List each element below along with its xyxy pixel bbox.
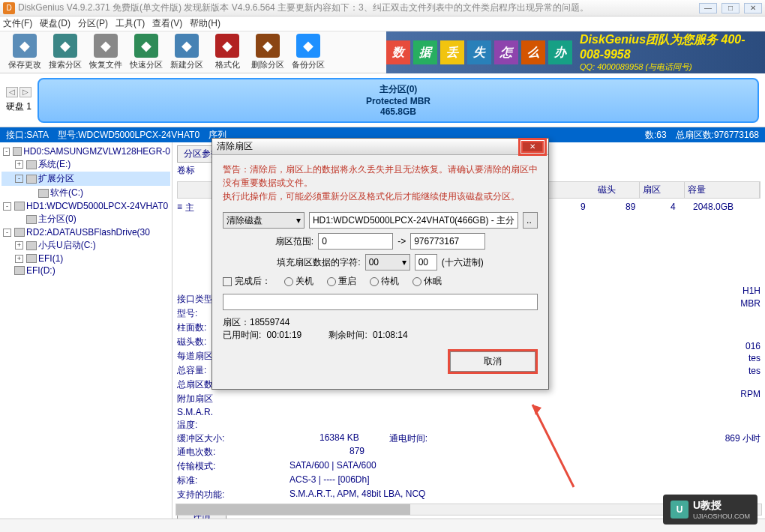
tree-node-7[interactable]: +小兵U启动(C:) [2, 238, 170, 253]
disk-tree[interactable]: -HD0:SAMSUNGMZVLW128HEGR-0+系统(E:)-扩展分区软件… [0, 142, 172, 519]
partition-area: ◁ ▷ 硬盘 1 主分区(0) Protected MBR 465.8GB [0, 73, 765, 127]
fill1-combo[interactable]: 00▾ [365, 254, 410, 270]
opt-standby[interactable]: 待机 [370, 275, 399, 288]
window-title: DiskGenius V4.9.2.371 免费版(单文件版) 发现新版本 V4… [18, 1, 589, 14]
cnt-val: 879 [350, 446, 364, 459]
elapsed-val: 00:01:19 [267, 330, 302, 340]
fill-label: 填充扇区数据的字符: [277, 256, 360, 269]
svg-line-0 [532, 405, 574, 487]
watermark-icon: U [670, 501, 688, 519]
buf-val: 16384 KB [320, 432, 359, 445]
watermark-sub: UJIAOSHOU.COM [693, 513, 750, 520]
tree-node-9[interactable]: EFI(D:) [2, 265, 170, 276]
after-checkbox[interactable]: 完成后： [223, 275, 271, 288]
warning-text: 警告：清除后，扇区上的数据将永久丢失并且无法恢复。请确认要清除的扇区中没有重要数… [223, 163, 538, 203]
close-button[interactable]: ✕ [744, 3, 762, 13]
range-arrow: -> [398, 236, 406, 247]
tool-2[interactable]: ◆恢复文件 [86, 32, 126, 72]
tree-node-4[interactable]: -HD1:WDCWD5000LPCX-24VHAT0 [2, 200, 170, 212]
progress-bar [223, 294, 538, 310]
toolbar: ◆保存更改◆搜索分区◆恢复文件◆快速分区◆新建分区◆格式化◆删除分区◆备份分区 … [0, 31, 765, 73]
tool-6[interactable]: ◆删除分区 [248, 32, 288, 72]
part-name: 主分区(0) [380, 83, 418, 96]
mode-val: SATA/600 | SATA/600 [290, 460, 376, 473]
menubar: 文件(F) 硬盘(D) 分区(P) 工具(T) 查看(V) 帮助(H) [0, 16, 765, 31]
watermark: U U教授 UJIAOSHOU.COM [663, 495, 758, 525]
range-from-input[interactable] [318, 233, 393, 250]
disk-label: 硬盘 1 [6, 100, 32, 113]
mode-label: 传输模式: [177, 460, 244, 473]
sector-label: 扇区： [223, 317, 250, 327]
maximize-button[interactable]: □ [722, 3, 740, 13]
dialog-title-bar[interactable]: 清除扇区 ✕ [212, 139, 548, 155]
nav-next-icon[interactable]: ▷ [20, 87, 32, 97]
banner-sub: QQ: 4000089958 (与电话同号) [580, 61, 765, 73]
fill-hex-label: (十六进制) [442, 256, 484, 269]
sector-val: 18559744 [250, 317, 290, 327]
ext-mbr: MBR [740, 297, 760, 310]
tree-node-2[interactable]: -扩展分区 [2, 172, 170, 186]
tree-node-5[interactable]: 主分区(0) [2, 212, 170, 226]
opt-reboot[interactable]: 重启 [327, 275, 356, 288]
opt-shutdown[interactable]: 关机 [284, 275, 314, 288]
app-icon: D [3, 2, 15, 14]
nav-prev-icon[interactable]: ◁ [6, 87, 18, 97]
range-to-input[interactable] [410, 233, 485, 250]
status-heads: 数:63 [645, 129, 667, 142]
watermark-title: U教授 [693, 499, 750, 513]
tree-node-3[interactable]: 软件(C:) [2, 186, 170, 200]
std-val: ACS-3 | ---- [006Dh] [290, 474, 369, 487]
elapsed-label: 已用时间: [223, 330, 261, 340]
info-row-8: S.M.A.R. [177, 406, 760, 418]
bottom-bar [0, 519, 765, 532]
browse-button[interactable]: .. [523, 212, 538, 229]
info-row-7: 附加扇区 [177, 392, 760, 406]
tool-0[interactable]: ◆保存更改 [4, 32, 45, 72]
tree-node-6[interactable]: -RD2:ADATAUSBFlashDrive(30 [2, 226, 170, 238]
menu-help[interactable]: 帮助(H) [190, 17, 220, 30]
tool-3[interactable]: ◆快速分区 [126, 32, 166, 72]
remain-val: 01:08:14 [373, 330, 408, 340]
ext-016: 016 [740, 340, 760, 353]
ext-tes1: tes [740, 352, 760, 365]
ad-banner: 数据丢失怎么办 DiskGenius团队为您服务 400-008-9958 QQ… [386, 31, 765, 73]
tool-4[interactable]: ◆新建分区 [166, 32, 207, 72]
dialog-title: 清除扇区 [217, 140, 253, 153]
fill2-input[interactable] [415, 254, 437, 270]
menu-view[interactable]: 查看(V) [152, 17, 182, 30]
disk-combo[interactable]: HD1:WDCWD5000LPCX-24VHAT0(466GB) - 主分 [309, 212, 518, 229]
menu-tools[interactable]: 工具(T) [116, 17, 145, 30]
status-total: 总扇区数:976773168 [676, 129, 759, 142]
row-main: 主 [185, 202, 194, 214]
cancel-button[interactable]: 取消 [450, 351, 536, 372]
cnt-label: 通电次数: [177, 446, 244, 459]
volume-label: 卷标 [177, 164, 195, 177]
range-label: 扇区范围: [275, 235, 314, 248]
part-type: Protected MBR [366, 96, 430, 106]
tool-5[interactable]: ◆格式化 [207, 32, 248, 72]
annotation-arrow [525, 397, 585, 495]
dialog-close-button[interactable]: ✕ [521, 141, 544, 153]
ext-rpm: RPM [740, 388, 760, 401]
tree-node-8[interactable]: +EFI(1) [2, 253, 170, 265]
clear-combo[interactable]: 清除磁盘▾ [223, 212, 304, 229]
pow-label: 通电时间: [389, 432, 428, 445]
cell-4: 4 [670, 202, 693, 214]
cell-9: 9 [580, 202, 626, 214]
cancel-button-highlight: 取消 [448, 349, 538, 374]
minimize-button[interactable]: — [699, 3, 717, 13]
remain-label: 剩余时间: [328, 330, 367, 340]
info-row-9: 温度: [177, 418, 760, 432]
menu-disk[interactable]: 硬盘(D) [40, 17, 70, 30]
tool-7[interactable]: ◆备份分区 [288, 32, 328, 72]
partition-box[interactable]: 主分区(0) Protected MBR 465.8GB [38, 78, 759, 123]
tree-node-0[interactable]: -HD0:SAMSUNGMZVLW128HEGR-0 [2, 145, 170, 157]
ext-tes2: tes [740, 365, 760, 378]
tree-node-1[interactable]: +系统(E:) [2, 157, 170, 172]
buf-label: 缓冲区大小: [177, 432, 244, 445]
status-iface: 接口:SATA [6, 129, 49, 142]
menu-file[interactable]: 文件(F) [3, 17, 32, 30]
opt-hibernate[interactable]: 休眠 [412, 275, 442, 288]
menu-partition[interactable]: 分区(P) [78, 17, 108, 30]
tool-1[interactable]: ◆搜索分区 [45, 32, 86, 72]
